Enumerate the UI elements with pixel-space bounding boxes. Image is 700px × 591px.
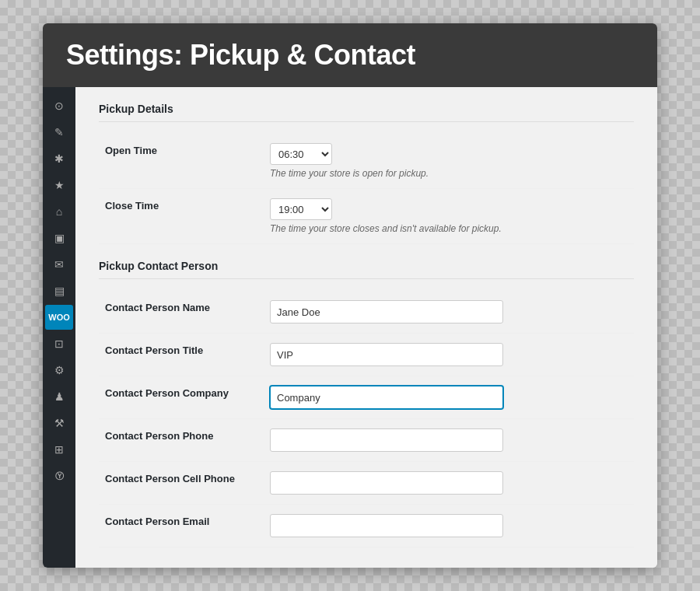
- contact-name-label: Contact Person Name: [99, 291, 254, 334]
- pickup-contact-title: Pickup Contact Person: [99, 260, 218, 272]
- contact-cell-phone-input[interactable]: [270, 471, 503, 495]
- contact-company-label: Contact Person Company: [99, 376, 254, 419]
- contact-email-label: Contact Person Email: [99, 505, 254, 547]
- contact-title-cell: [254, 334, 634, 376]
- contact-title-label: Contact Person Title: [99, 334, 254, 376]
- close-time-description: The time your store closes and isn't ava…: [270, 223, 628, 234]
- cart-icon: ⊡: [54, 337, 64, 350]
- sidebar-item-yoast[interactable]: Ⓨ: [45, 463, 73, 488]
- contact-email-row: Contact Person Email: [99, 505, 634, 547]
- pages-icon: ▣: [54, 232, 65, 244]
- sidebar-item-cart[interactable]: ⊡: [45, 331, 73, 356]
- sidebar-item-speech[interactable]: ⌂: [45, 199, 73, 224]
- dashboard-icon: ⊙: [54, 100, 64, 112]
- main-panel: Pickup Details Open Time 06:30 07:00 08:…: [75, 87, 657, 568]
- contact-name-row: Contact Person Name: [99, 291, 634, 334]
- contact-name-cell: [254, 291, 634, 334]
- sidebar-item-users[interactable]: ♟: [45, 384, 73, 409]
- woo-icon: WOO: [48, 313, 70, 322]
- open-time-description: The time your store is open for pickup.: [270, 168, 628, 179]
- pickup-contact-header: Pickup Contact Person: [99, 260, 634, 279]
- contact-title-row: Contact Person Title: [99, 334, 634, 376]
- contact-phone-input[interactable]: [270, 428, 503, 452]
- sidebar-item-woo[interactable]: WOO: [45, 305, 73, 330]
- title-bar: Settings: Pickup & Contact: [43, 23, 657, 87]
- close-time-row: Close Time 19:00 18:00 20:00 The time yo…: [99, 189, 634, 244]
- contact-phone-cell: [254, 419, 634, 462]
- sidebar-item-wrench[interactable]: ⚒: [45, 411, 73, 435]
- contact-name-input[interactable]: [270, 300, 503, 323]
- posts-icon: ✎: [54, 126, 64, 138]
- pickup-contact-table: Contact Person Name Contact Person Title: [99, 291, 634, 547]
- comments-icon: ✉: [54, 258, 64, 271]
- contact-email-input[interactable]: [270, 514, 503, 537]
- pickup-details-title: Pickup Details: [99, 103, 173, 115]
- contact-company-input[interactable]: [270, 386, 503, 409]
- media-icon: ▤: [54, 285, 65, 297]
- contact-phone-row: Contact Person Phone: [99, 419, 634, 462]
- contact-company-cell: [254, 376, 634, 419]
- sidebar-item-tools[interactable]: ✱: [45, 146, 73, 171]
- sidebar-item-plugins[interactable]: ⊞: [45, 437, 73, 462]
- contact-email-cell: [254, 505, 634, 547]
- contact-company-row: Contact Person Company: [99, 376, 634, 419]
- close-time-cell: 19:00 18:00 20:00 The time your store cl…: [254, 189, 634, 244]
- settings-icon: ⚙: [54, 364, 65, 376]
- open-time-cell: 06:30 07:00 08:00 The time your store is…: [254, 134, 634, 189]
- pickup-details-header: Pickup Details: [99, 103, 634, 122]
- contact-title-input[interactable]: [270, 343, 503, 366]
- close-time-label: Close Time: [99, 189, 254, 244]
- sidebar-item-stars[interactable]: ★: [45, 173, 73, 198]
- contact-cell-phone-row: Contact Person Cell Phone: [99, 462, 634, 505]
- window-title: Settings: Pickup & Contact: [66, 39, 415, 71]
- contact-cell-phone-label: Contact Person Cell Phone: [99, 462, 254, 505]
- contact-phone-label: Contact Person Phone: [99, 419, 254, 462]
- close-time-select[interactable]: 19:00 18:00 20:00: [270, 198, 332, 220]
- users-icon: ♟: [54, 390, 65, 403]
- speech-icon: ⌂: [56, 205, 62, 218]
- sidebar-item-media[interactable]: ▤: [45, 278, 73, 303]
- pickup-details-table: Open Time 06:30 07:00 08:00 The time you…: [99, 134, 634, 244]
- contact-cell-phone-cell: [254, 462, 634, 505]
- sidebar-item-settings[interactable]: ⚙: [45, 358, 73, 383]
- plugins-icon: ⊞: [54, 443, 64, 456]
- sidebar-item-comments[interactable]: ✉: [45, 252, 73, 277]
- tools-icon: ✱: [54, 152, 64, 165]
- yoast-icon: Ⓨ: [55, 470, 64, 482]
- main-window: Settings: Pickup & Contact ⊙ ✎ ✱ ★ ⌂ ▣: [43, 23, 657, 568]
- stars-icon: ★: [54, 179, 65, 191]
- content-area: ⊙ ✎ ✱ ★ ⌂ ▣ ✉ ▤ WOO: [43, 87, 657, 568]
- open-time-select[interactable]: 06:30 07:00 08:00: [270, 143, 332, 165]
- wrench-icon: ⚒: [54, 417, 65, 429]
- sidebar-item-posts[interactable]: ✎: [45, 120, 73, 145]
- open-time-label: Open Time: [99, 134, 254, 189]
- sidebar-item-pages[interactable]: ▣: [45, 226, 73, 250]
- open-time-row: Open Time 06:30 07:00 08:00 The time you…: [99, 134, 634, 189]
- sidebar: ⊙ ✎ ✱ ★ ⌂ ▣ ✉ ▤ WOO: [43, 87, 75, 568]
- sidebar-item-dashboard[interactable]: ⊙: [45, 93, 73, 118]
